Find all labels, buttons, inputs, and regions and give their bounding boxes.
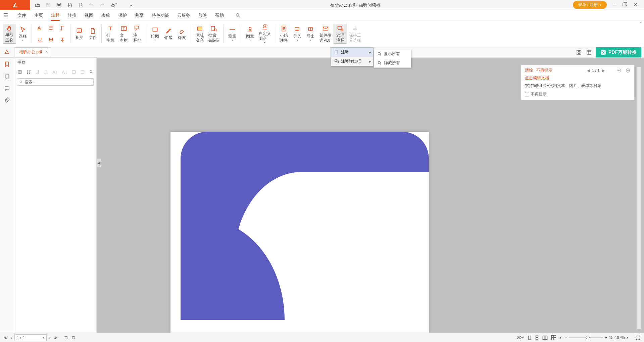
insert-text-icon[interactable] <box>57 36 68 43</box>
textbox-button[interactable]: 文 本框 <box>117 24 131 43</box>
menu-item-show-all[interactable]: 显示所有 <box>374 49 411 58</box>
minimize-icon[interactable]: ─ <box>613 2 616 8</box>
save-icon[interactable] <box>46 2 51 8</box>
select-tool-button[interactable]: 选择 ▾ <box>16 25 30 43</box>
highlight-icon[interactable] <box>34 24 45 32</box>
tab-annotate[interactable]: 注释 <box>51 10 60 21</box>
facing-icon[interactable] <box>542 335 548 340</box>
pages-icon[interactable] <box>4 73 10 79</box>
underline-icon[interactable] <box>34 36 45 43</box>
summary-button[interactable]: 小结 注释 <box>277 24 291 43</box>
bookmarks-search-input[interactable] <box>24 80 91 84</box>
zoom-out-icon[interactable]: − <box>565 335 567 340</box>
tip-checkbox[interactable]: 不再显示 <box>525 91 630 97</box>
bm-tool2-icon[interactable] <box>80 69 86 76</box>
menu-item-hide-all[interactable]: 隐藏所有 <box>374 58 411 68</box>
bm-outline-icon[interactable] <box>17 69 23 76</box>
rotate-right-icon[interactable] <box>71 335 76 340</box>
callout-button[interactable]: 注 释框 <box>131 24 144 43</box>
close-tab-icon[interactable]: ✕ <box>45 50 48 54</box>
manage-annotations-button[interactable]: 管理 注释 <box>334 24 347 44</box>
eraser-button[interactable]: 橡皮 <box>175 27 189 41</box>
attachments-icon[interactable] <box>4 97 10 103</box>
import-button[interactable]: 导入 ▾ <box>291 25 304 43</box>
visibility-icon[interactable]: ▾ <box>516 335 524 340</box>
first-page-icon[interactable]: ≪ <box>3 335 8 340</box>
shape-tool-icon[interactable] <box>4 49 9 56</box>
squiggly-icon[interactable] <box>45 24 57 32</box>
fullscreen-icon[interactable] <box>635 335 641 340</box>
bm-search-icon[interactable] <box>88 69 94 76</box>
last-page-icon[interactable]: ≫ <box>53 335 58 340</box>
search-highlight-button[interactable]: 搜索 &高亮 <box>206 24 221 43</box>
fit-mode-icon[interactable]: ▾ <box>559 335 561 340</box>
tab-form[interactable]: 表单 <box>101 10 110 20</box>
collapse-panel-icon[interactable]: ◀ <box>97 159 101 167</box>
tab-cloud[interactable]: 云服务 <box>177 10 190 20</box>
bm-font-inc-icon[interactable]: A↑ <box>52 69 58 76</box>
rotate-left-icon[interactable] <box>64 335 68 340</box>
document-tab[interactable]: 福昕办公.pdf ✕ <box>14 47 51 57</box>
tip-next-icon[interactable]: ▶ <box>602 68 605 73</box>
draw-button[interactable]: 绘图 ▾ <box>148 25 162 43</box>
tab-protect[interactable]: 保护 <box>118 10 127 20</box>
area-highlight-button[interactable]: 区域 高亮 <box>193 24 206 43</box>
bm-font-dec-icon[interactable]: A↓ <box>61 69 68 76</box>
thumbnails-icon[interactable] <box>576 49 582 56</box>
open-icon[interactable] <box>35 2 40 8</box>
typewriter-button[interactable]: 打 字机 <box>104 24 117 43</box>
undo-icon[interactable] <box>89 2 94 8</box>
continuous-icon[interactable] <box>535 335 539 340</box>
custom-stamp-button[interactable]: 自定义 图章 ▾ <box>257 23 273 45</box>
tip-settings-icon[interactable] <box>617 68 622 73</box>
menu-item-annotate[interactable]: 注释 ▶ <box>331 48 373 57</box>
hamburger-icon[interactable]: ☰ <box>3 12 8 18</box>
search-icon[interactable] <box>235 13 241 18</box>
comments-icon[interactable] <box>4 85 10 91</box>
note-button[interactable]: 备注 <box>72 27 86 41</box>
close-icon[interactable] <box>633 2 638 8</box>
tab-help[interactable]: 帮助 <box>215 10 224 20</box>
page-add-icon[interactable] <box>67 2 72 8</box>
tab-present[interactable]: 放映 <box>198 10 207 20</box>
tab-home[interactable]: 主页 <box>34 10 43 20</box>
tip-minimize-icon[interactable] <box>626 68 630 73</box>
tip-checkbox-input[interactable] <box>525 92 529 96</box>
redo-icon[interactable] <box>99 2 105 8</box>
pdf-convert-button[interactable]: PDF万能转换 <box>596 47 641 57</box>
prev-page-icon[interactable]: ‹ <box>10 335 12 340</box>
touch-icon[interactable]: ▾ <box>110 2 117 8</box>
pencil-button[interactable]: 铅笔 <box>162 27 175 41</box>
tab-view[interactable]: 视图 <box>85 10 93 20</box>
replace-text-icon[interactable] <box>57 24 68 32</box>
tip-noshow-link[interactable]: 不再提示 <box>536 68 552 73</box>
keep-tool-button[interactable]: 保持工 具选择 <box>347 24 363 43</box>
print-icon[interactable] <box>56 2 62 8</box>
tip-clear-link[interactable]: 清除 <box>525 68 533 73</box>
tab-special[interactable]: 特色功能 <box>152 10 169 20</box>
continuous-facing-icon[interactable] <box>551 335 557 340</box>
reflow-icon[interactable] <box>586 49 592 56</box>
maximize-icon[interactable] <box>623 2 627 8</box>
single-page-icon[interactable] <box>527 335 532 340</box>
strikeout-icon[interactable] <box>45 36 57 43</box>
menu-item-popup[interactable]: 注释弹出框 ▶ <box>331 57 373 66</box>
bookmarks-icon[interactable] <box>4 61 10 67</box>
tip-prev-icon[interactable]: ◀ <box>587 68 590 73</box>
tab-file[interactable]: 文件 <box>17 12 26 18</box>
document-viewer[interactable]: ◀ 清除 不再提示 ◀ 1 / 1 ▶ 点击编辑文档 支持编辑 <box>97 58 644 333</box>
qat-more-icon[interactable] <box>128 3 134 7</box>
page-input[interactable]: 1 / 4 ▾ <box>14 334 47 341</box>
bookmarks-search[interactable] <box>17 78 94 86</box>
tab-convert[interactable]: 转换 <box>68 10 77 20</box>
export-button[interactable]: 导出 ▾ <box>304 25 317 43</box>
bm-expand-icon[interactable] <box>34 69 40 76</box>
vertical-scrollbar[interactable] <box>637 67 641 329</box>
collapse-ribbon-icon[interactable]: ⌃ <box>639 22 642 25</box>
hand-tool-button[interactable]: 手型 工具 <box>3 24 16 44</box>
bm-add-icon[interactable] <box>26 69 32 76</box>
tip-edit-link[interactable]: 点击编辑文档 <box>525 75 630 81</box>
bm-tool1-icon[interactable] <box>71 69 77 76</box>
bm-collapse-icon[interactable] <box>43 69 49 76</box>
file-attach-button[interactable]: 文件 <box>86 27 99 41</box>
